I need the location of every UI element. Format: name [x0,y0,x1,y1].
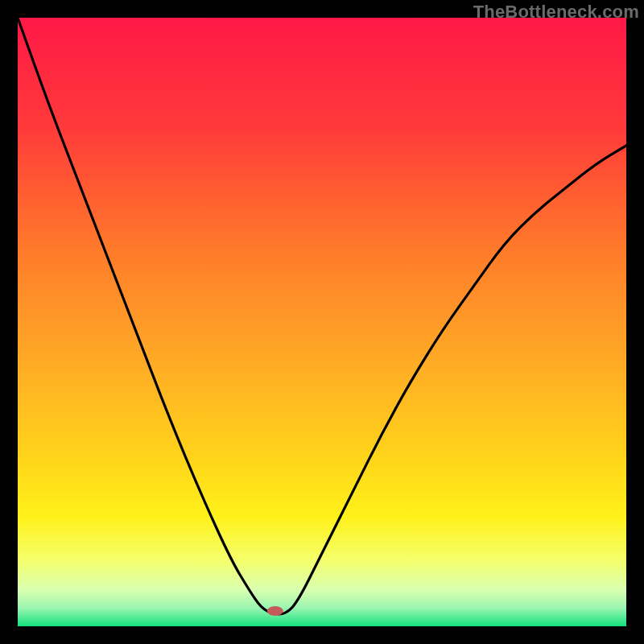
optimum-marker [267,606,283,616]
bottleneck-plot [18,18,626,626]
gradient-background [18,18,626,626]
chart-frame: TheBottleneck.com [0,0,644,644]
